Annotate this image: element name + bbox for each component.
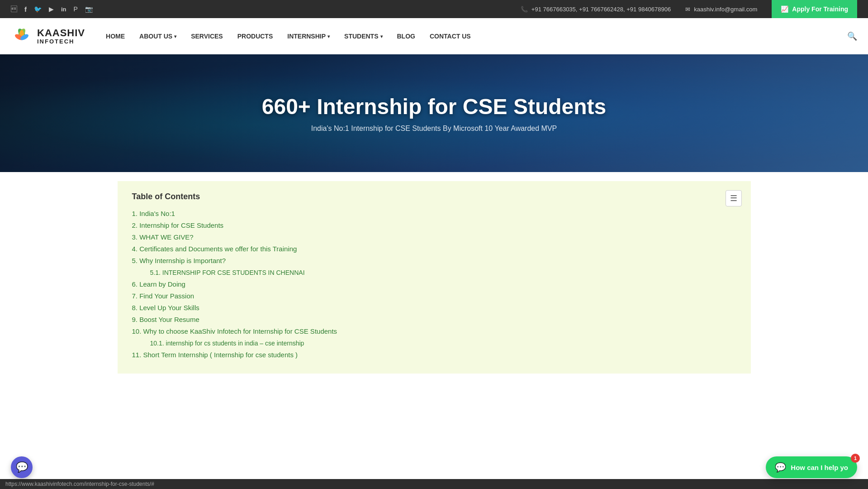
instagram-link[interactable]: 📷 [85,5,93,13]
logo-icon [11,25,33,47]
toc-item-8: 8. Level Up Your Skills [132,304,736,312]
toc-link-8[interactable]: 8. Level Up Your Skills [132,304,199,312]
mail-icon: ✉ [685,6,690,13]
search-icon[interactable]: 🔍 [847,31,857,41]
toc-link-10[interactable]: 10. Why to choose KaaShiv Infotech for I… [132,327,337,335]
pinterest-link[interactable]: P [74,5,78,13]
logo-text: KAASHIV INFOTECH [37,28,85,45]
toc-link-9[interactable]: 9. Boost Your Resume [132,316,199,323]
apply-training-button[interactable]: 📈 Apply For Training [772,0,857,18]
hero-subtitle: India's No:1 Internship for CSE Students… [311,125,557,133]
nav-students[interactable]: STUDENTS ▾ [337,18,389,54]
toc-item-4: 4. Certificates and Documents we offer f… [132,245,736,253]
twitter-link[interactable]: 🐦 [34,5,42,13]
toc-link-2[interactable]: 2. Internship for CSE Students [132,221,224,229]
toc-link-6[interactable]: 6. Learn by Doing [132,280,185,288]
toc-item-11: 11. Short Term Internship ( Internship f… [132,351,736,359]
brand-name: KAASHIV [37,28,85,38]
nav-services[interactable]: SERVICES [184,18,230,54]
nav-blog[interactable]: BLOG [390,18,422,54]
social-links:  f 🐦 ▶ in P 📷 [11,5,93,13]
toc-link-5[interactable]: 5. Why Internship is Important? [132,257,226,264]
toc-item-10-1: 10.1. internship for cs students in indi… [132,339,736,347]
toc-item-6: 6. Learn by Doing [132,280,736,288]
email-address: kaashiv.info@gmail.com [694,6,757,13]
about-chevron: ▾ [174,34,176,39]
toc-item-1: 1. India's No:1 [132,210,736,218]
navbar: KAASHIV INFOTECH HOME ABOUT US ▾ SERVICE… [0,18,868,54]
toc-item-2: 2. Internship for CSE Students [132,221,736,230]
toc-heading: Table of Contents [132,192,736,201]
top-bar-right: 📞 +91 7667663035, +91 7667662428, +91 98… [521,0,857,18]
toc-link-3[interactable]: 3. WHAT WE GIVE? [132,233,194,241]
toc-item-3: 3. WHAT WE GIVE? [132,233,736,241]
toc-item-10: 10. Why to choose KaaShiv Infotech for I… [132,327,736,336]
toc-link-7[interactable]: 7. Find Your Passion [132,292,194,300]
nav-internship[interactable]: INTERNSHIP ▾ [280,18,337,54]
hero-title: 660+ Internship for CSE Students [262,94,606,119]
toc-toggle-icon: ☰ [730,193,737,203]
toc-item-7: 7. Find Your Passion [132,292,736,300]
nav-about[interactable]: ABOUT US ▾ [132,18,184,54]
email-contact: ✉ kaashiv.info@gmail.com [685,6,757,13]
apply-trend-icon: 📈 [781,5,788,13]
apply-btn-label: Apply For Training [792,5,848,13]
brand-sub: INFOTECH [37,38,85,45]
nav-home[interactable]: HOME [99,18,132,54]
phone-number: +91 7667663035, +91 7667662428, +91 9840… [531,6,671,13]
top-bar:  f 🐦 ▶ in P 📷 📞 +91 7667663035, +91 766… [0,0,868,18]
facebook-icon[interactable]:  [11,5,17,13]
toc-link-10-1[interactable]: 10.1. internship for cs students in indi… [150,340,304,347]
internship-chevron: ▾ [327,34,330,39]
facebook-link[interactable]: f [24,5,27,13]
logo-link[interactable]: KAASHIV INFOTECH [11,25,85,47]
table-of-contents: Table of Contents ☰ 1. India's No:1 2. I… [118,181,751,374]
students-chevron: ▾ [380,34,383,39]
toc-item-5-1: 5.1. INTERNSHIP FOR CSE STUDENTS IN CHEN… [132,268,736,277]
hero-section: 660+ Internship for CSE Students India's… [0,54,868,172]
nav-contact[interactable]: CONTACT US [422,18,478,54]
toc-toggle-button[interactable]: ☰ [726,190,742,206]
nav-products[interactable]: PRODUCTS [230,18,280,54]
toc-item-9: 9. Boost Your Resume [132,316,736,324]
toc-list: 1. India's No:1 2. Internship for CSE St… [132,210,736,359]
toc-link-11[interactable]: 11. Short Term Internship ( Internship f… [132,351,298,359]
linkedin-link[interactable]: in [61,6,66,13]
toc-item-5: 5. Why Internship is Important? [132,257,736,265]
toc-link-5-1[interactable]: 5.1. INTERNSHIP FOR CSE STUDENTS IN CHEN… [150,269,305,276]
toc-link-4[interactable]: 4. Certificates and Documents we offer f… [132,245,297,253]
toc-link-1[interactable]: 1. India's No:1 [132,210,175,217]
phone-contact: 📞 +91 7667663035, +91 7667662428, +91 98… [521,6,671,13]
phone-icon: 📞 [521,6,528,13]
youtube-link[interactable]: ▶ [49,5,54,13]
nav-links: HOME ABOUT US ▾ SERVICES PRODUCTS INTERN… [99,18,857,54]
